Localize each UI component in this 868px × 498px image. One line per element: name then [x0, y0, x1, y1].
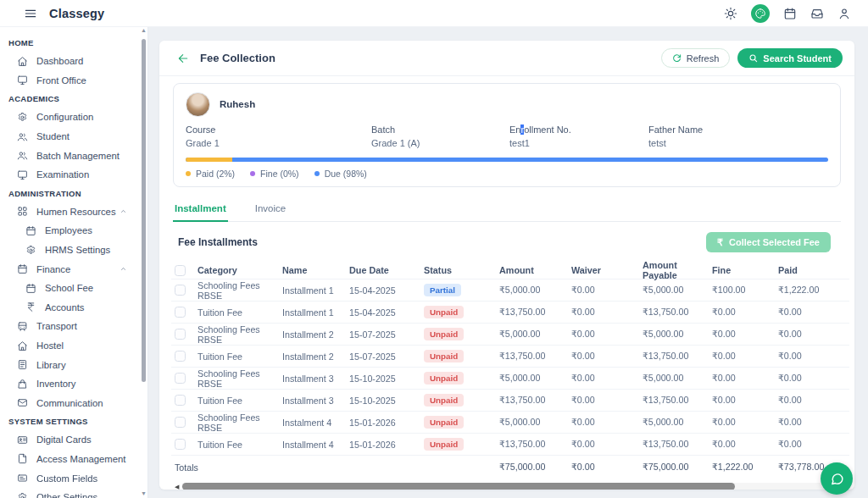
sidebar-section-home: HOME — [0, 34, 147, 52]
collect-selected-fee-button[interactable]: ₹ Collect Selected Fee — [706, 232, 831, 252]
hamburger-menu-icon[interactable] — [24, 7, 37, 20]
sidebar-scroll-up-arrow[interactable]: ▲ — [141, 27, 147, 33]
table-row: Tuition FeeInstallment 115-04-2025Unpaid… — [171, 302, 849, 324]
theme-palette-button[interactable] — [751, 4, 770, 23]
cell-paid: ₹0.00 — [778, 351, 849, 362]
theme-sun-icon[interactable] — [724, 7, 737, 20]
cell-due: 15-04-2025 — [349, 285, 424, 296]
sidebar-item-humen-resources[interactable]: Humen Resources — [0, 202, 147, 222]
chat-icon — [830, 472, 844, 486]
legend-item-paid: Paid (2%) — [186, 169, 235, 179]
cell-due: 15-01-2026 — [349, 440, 424, 450]
cell-paid: ₹0.00 — [778, 417, 849, 428]
sidebar-scroll-down-arrow[interactable]: ▼ — [141, 490, 147, 496]
calendar-icon[interactable] — [783, 7, 797, 20]
cell-fine: ₹0.00 — [712, 329, 778, 340]
legend-item-fine: Fine (0%) — [250, 169, 299, 179]
status-badge: Unpaid — [424, 438, 464, 451]
table-row: Tuition FeeInstallment 215-07-2025Unpaid… — [171, 346, 849, 368]
sidebar-item-hostel[interactable]: Hostel — [0, 336, 147, 356]
sidebar-item-examination[interactable]: Examination — [0, 165, 147, 185]
field-father-name: Father Name tetst — [648, 125, 828, 148]
table-row: Tuition FeeInstallment 315-10-2025Unpaid… — [171, 390, 849, 412]
scroll-left-arrow[interactable]: ◀ — [175, 484, 179, 490]
sidebar-item-employees[interactable]: Employees — [0, 221, 147, 241]
select-all-checkbox[interactable] — [175, 265, 186, 276]
cell-due: 15-04-2025 — [349, 307, 424, 318]
cell-waiver: ₹0.00 — [571, 307, 643, 318]
sidebar-item-transport[interactable]: Transport — [0, 317, 147, 336]
back-arrow-icon[interactable] — [176, 52, 190, 65]
row-checkbox[interactable] — [175, 417, 186, 428]
user-profile-icon[interactable] — [837, 7, 851, 20]
sidebar-item-hrms-settings[interactable]: HRMS Settings — [0, 241, 147, 260]
main-content: Fee Collection Refresh Search Student Ru… — [148, 27, 868, 498]
cell-waiver: ₹0.00 — [571, 351, 643, 362]
inbox-icon[interactable] — [810, 7, 824, 20]
sidebar-item-school-fee[interactable]: School Fee — [0, 279, 147, 298]
sidebar-item-digital-cards[interactable]: Digital Cards — [0, 430, 147, 450]
sidebar-item-custom-fields[interactable]: Custom Fields — [0, 468, 147, 488]
sidebar-item-student[interactable]: Student — [0, 127, 147, 147]
sidebar-item-label: Finance — [36, 264, 70, 274]
tab-installment[interactable]: Installment — [173, 200, 228, 222]
sidebar-item-label: Other Settings — [36, 492, 97, 498]
column-header-amount: Amount — [499, 265, 571, 275]
sidebar-item-front-office[interactable]: Front Office — [0, 71, 147, 91]
card-header: Fee Collection Refresh Search Student — [159, 41, 854, 76]
home-icon — [17, 340, 28, 351]
calendar-icon — [17, 263, 28, 274]
legend-dot — [250, 171, 255, 176]
mail-icon — [17, 397, 28, 408]
sidebar-item-accounts[interactable]: Accounts — [0, 298, 147, 318]
cell-amount: ₹5,000.00 — [499, 417, 571, 428]
status-badge: Unpaid — [424, 350, 464, 362]
sidebar-item-batch-management[interactable]: Batch Management — [0, 146, 147, 165]
scrollbar-thumb[interactable] — [182, 483, 734, 490]
cell-paid: ₹0.00 — [778, 307, 849, 318]
cell-paid: ₹0.00 — [778, 439, 849, 450]
gear-icon — [17, 492, 28, 498]
cell-waiver: ₹0.00 — [571, 329, 643, 340]
cell-status: Unpaid — [424, 416, 499, 429]
rupee-icon — [25, 302, 36, 313]
sidebar-item-configuration[interactable]: Configuration — [0, 108, 147, 127]
sidebar-item-label: Configuration — [36, 112, 93, 122]
users-icon — [17, 131, 28, 142]
sidebar-scrollbar[interactable] — [142, 39, 146, 382]
row-checkbox[interactable] — [175, 373, 186, 384]
row-checkbox[interactable] — [175, 439, 186, 450]
sidebar-item-library[interactable]: Library — [0, 355, 147, 374]
row-checkbox[interactable] — [175, 285, 186, 296]
sidebar-item-label: Communication — [36, 398, 103, 408]
tab-invoice[interactable]: Invoice — [253, 200, 287, 222]
student-fields: Course Grade 1 Batch Grade 1 (A) Enrollm… — [186, 125, 828, 148]
cell-name: Installment 3 — [282, 374, 349, 384]
cell-payable: ₹5,000.00 — [643, 329, 712, 340]
refresh-icon — [672, 53, 682, 63]
support-chat-button[interactable] — [821, 462, 853, 495]
refresh-button[interactable]: Refresh — [661, 48, 731, 68]
row-checkbox[interactable] — [175, 307, 186, 318]
sidebar-item-inventory[interactable]: Inventory — [0, 374, 147, 394]
palette-icon — [754, 8, 766, 19]
cell-due: 15-10-2025 — [349, 374, 424, 384]
row-checkbox[interactable] — [175, 351, 186, 362]
row-checkbox[interactable] — [175, 329, 186, 340]
legend-dot — [314, 171, 320, 176]
cell-waiver: ₹0.00 — [571, 417, 643, 428]
cell-category: Tuition Fee — [198, 307, 282, 318]
page-title: Fee Collection — [200, 52, 275, 64]
sidebar-item-other-settings[interactable]: Other Settings — [0, 488, 147, 498]
row-checkbox[interactable] — [175, 395, 186, 406]
scrollbar-track[interactable] — [181, 483, 838, 490]
cell-category: Tuition Fee — [198, 351, 282, 362]
cell-paid: ₹0.00 — [778, 373, 849, 384]
sidebar-item-dashboard[interactable]: Dashboard — [0, 52, 147, 71]
file-icon — [17, 453, 28, 464]
search-student-button[interactable]: Search Student — [737, 48, 843, 68]
cell-waiver: ₹0.00 — [571, 285, 643, 296]
sidebar-item-access-management[interactable]: Access Management — [0, 450, 147, 469]
sidebar-item-communication[interactable]: Communication — [0, 394, 147, 413]
sidebar-item-finance[interactable]: Finance — [0, 259, 147, 279]
